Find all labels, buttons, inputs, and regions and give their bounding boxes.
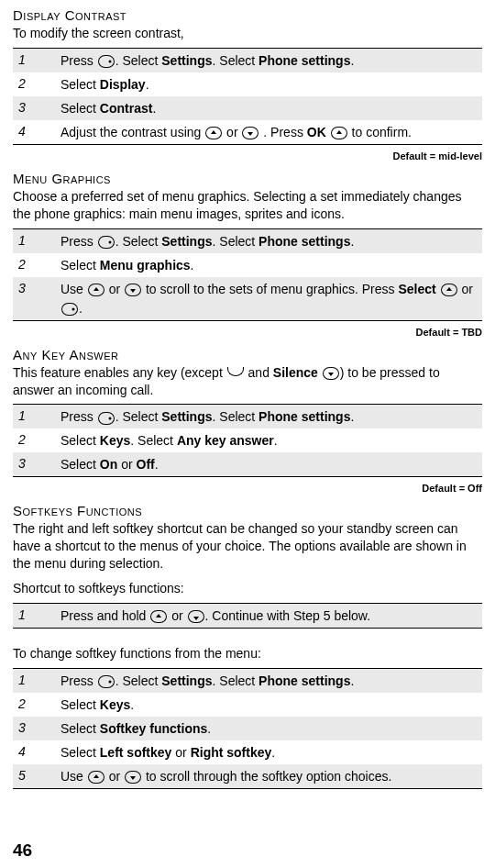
step-row: 1Press . Select Settings. Select Phone s… xyxy=(13,669,482,693)
nav-down-icon xyxy=(125,771,141,784)
step-row: 1Press . Select Settings. Select Phone s… xyxy=(13,405,482,428)
step-row: 2Select Display. xyxy=(13,72,482,96)
joystick-icon xyxy=(98,412,115,425)
step-row: 1Press . Select Settings. Select Phone s… xyxy=(13,229,482,253)
nav-up-icon xyxy=(150,610,167,623)
step-text: Press . Select Settings. Select Phone se… xyxy=(60,231,477,251)
step-number: 3 xyxy=(18,98,60,115)
step-row: 3Select On or Off. xyxy=(13,452,482,476)
section-title-menu-graphics: Menu Graphics xyxy=(13,171,482,186)
nav-down-icon xyxy=(242,127,258,139)
nav-up-icon xyxy=(205,127,222,139)
nav-down-icon xyxy=(125,284,141,296)
step-text: Select Menu graphics. xyxy=(60,255,477,275)
step-number: 1 xyxy=(18,406,60,423)
steps-softkeys-shortcut: 1Press and hold or . Continue with Step … xyxy=(13,603,482,629)
step-row: 1Press . Select Settings. Select Phone s… xyxy=(13,49,482,72)
step-text: Select Display. xyxy=(60,74,477,95)
step-number: 4 xyxy=(18,122,60,139)
step-number: 2 xyxy=(18,430,60,447)
step-text: Use or to scroll to the sets of menu gra… xyxy=(60,279,477,318)
nav-up-icon xyxy=(88,284,104,296)
page-number: 46 xyxy=(13,840,32,861)
steps-any-key-answer: 1Press . Select Settings. Select Phone s… xyxy=(13,404,482,477)
step-text: Select On or Off. xyxy=(60,454,477,474)
nav-up-icon xyxy=(441,284,457,296)
step-text: Select Left softkey or Right softkey. xyxy=(60,742,477,762)
step-number: 4 xyxy=(18,742,60,759)
step-number: 3 xyxy=(18,454,60,471)
step-text: Select Contrast. xyxy=(60,98,477,118)
step-text: Use or to scroll through the softkey opt… xyxy=(60,766,477,786)
default-note: Default = Off xyxy=(13,483,482,494)
step-row: 3Use or to scroll to the sets of menu gr… xyxy=(13,277,482,320)
step-number: 2 xyxy=(18,695,60,711)
step-row: 2Select Menu graphics. xyxy=(13,253,482,277)
step-row: 4Adjust the contrast using or . Press OK… xyxy=(13,120,482,144)
step-number: 1 xyxy=(18,606,60,622)
intro-text: To modify the screen contrast, xyxy=(13,25,482,42)
nav-down-icon xyxy=(323,367,339,380)
nav-up-icon xyxy=(88,771,104,784)
intro-text: Choose a preferred set of menu graphics.… xyxy=(13,188,482,223)
step-text: Select Keys. Select Any key answer. xyxy=(60,430,477,451)
step-text: Press . Select Settings. Select Phone se… xyxy=(60,671,477,691)
step-number: 1 xyxy=(18,231,60,248)
step-row: 2Select Keys. Select Any key answer. xyxy=(13,428,482,452)
step-text: Press and hold or . Continue with Step 5… xyxy=(60,606,477,626)
step-number: 1 xyxy=(18,50,60,67)
joystick-icon xyxy=(61,303,78,316)
intro-text: This feature enables any key (except and… xyxy=(13,364,482,399)
step-row: 5Use or to scroll through the softkey op… xyxy=(13,764,482,788)
step-row: 1Press and hold or . Continue with Step … xyxy=(13,604,482,628)
default-note: Default = mid-level xyxy=(13,150,482,161)
step-number: 5 xyxy=(18,766,60,783)
step-number: 2 xyxy=(18,74,60,91)
default-note: Default = TBD xyxy=(13,327,482,338)
step-number: 1 xyxy=(18,671,60,687)
intro-text: The right and left softkey shortcut can … xyxy=(13,520,482,573)
sub-intro: Shortcut to softkeys functions: xyxy=(13,580,482,597)
step-text: Press . Select Settings. Select Phone se… xyxy=(60,50,477,71)
step-row: 4Select Left softkey or Right softkey. xyxy=(13,740,482,764)
steps-display-contrast: 1Press . Select Settings. Select Phone s… xyxy=(13,48,482,145)
joystick-icon xyxy=(98,236,115,249)
step-row: 3Select Contrast. xyxy=(13,96,482,120)
step-text: Press . Select Settings. Select Phone se… xyxy=(60,406,477,427)
section-title-any-key-answer: Any Key Answer xyxy=(13,347,482,362)
section-title-display-contrast: Display Contrast xyxy=(13,7,482,23)
section-title-softkeys-functions: Softkeys Functions xyxy=(13,503,482,518)
step-row: 2Select Keys. xyxy=(13,693,482,717)
steps-menu-graphics: 1Press . Select Settings. Select Phone s… xyxy=(13,228,482,321)
sub-intro: To change softkey functions from the men… xyxy=(13,645,482,662)
steps-softkeys-menu: 1Press . Select Settings. Select Phone s… xyxy=(13,668,482,789)
step-number: 2 xyxy=(18,255,60,272)
joystick-icon xyxy=(98,675,115,688)
step-text: Adjust the contrast using or . Press OK … xyxy=(60,122,477,142)
end-key-icon xyxy=(227,367,244,376)
joystick-icon xyxy=(98,55,115,68)
nav-down-icon xyxy=(188,610,204,623)
nav-up-icon xyxy=(331,127,347,139)
step-number: 3 xyxy=(18,279,60,295)
step-text: Select Keys. xyxy=(60,695,477,715)
step-number: 3 xyxy=(18,718,60,735)
step-text: Select Softkey functions. xyxy=(60,718,477,739)
step-row: 3Select Softkey functions. xyxy=(13,717,482,740)
